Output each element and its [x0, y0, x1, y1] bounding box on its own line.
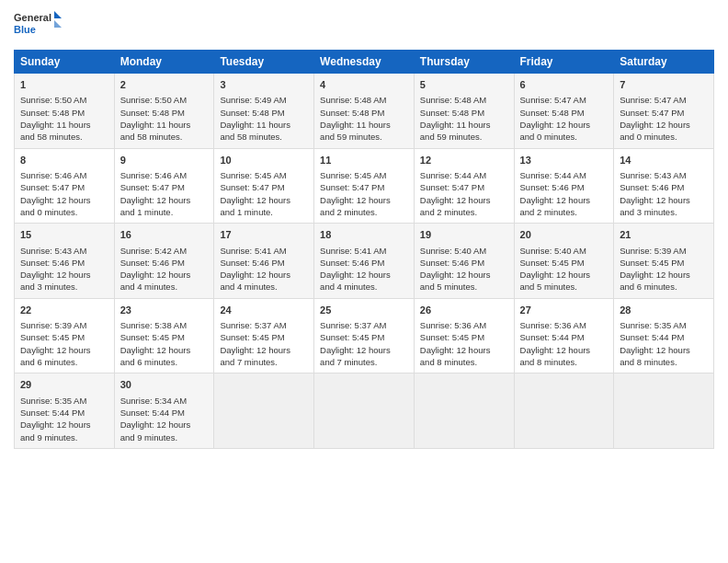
calendar-week-row: 15Sunrise: 5:43 AMSunset: 5:46 PMDayligh…: [15, 224, 714, 299]
day-number: 13: [520, 154, 609, 167]
calendar-cell: 11Sunrise: 5:45 AMSunset: 5:47 PMDayligh…: [314, 148, 415, 224]
day-info-line: Sunset: 5:48 PM: [520, 107, 609, 119]
day-info-line: and 5 minutes.: [420, 281, 508, 293]
day-info-line: Sunset: 5:46 PM: [20, 257, 108, 269]
day-number: 14: [620, 154, 708, 167]
day-info-line: Daylight: 11 hours: [420, 119, 508, 131]
day-info-line: Daylight: 12 hours: [20, 194, 108, 206]
calendar-cell: 28Sunrise: 5:35 AMSunset: 5:44 PMDayligh…: [614, 298, 714, 373]
calendar-cell: 27Sunrise: 5:36 AMSunset: 5:44 PMDayligh…: [514, 298, 614, 373]
day-info-line: and 2 minutes.: [420, 206, 508, 218]
weekday-header: Monday: [114, 51, 214, 74]
day-info-line: Sunrise: 5:43 AM: [620, 169, 708, 181]
day-number: 19: [420, 228, 508, 242]
day-info-line: and 8 minutes.: [420, 356, 508, 368]
day-info-line: Sunrise: 5:39 AM: [20, 319, 108, 331]
calendar-cell: 23Sunrise: 5:38 AMSunset: 5:45 PMDayligh…: [114, 298, 214, 373]
day-number: 25: [320, 304, 408, 317]
day-number: 11: [320, 154, 408, 167]
day-info-line: and 0 minutes.: [20, 206, 108, 218]
day-number: 17: [220, 228, 308, 242]
day-info-line: and 58 minutes.: [120, 131, 209, 143]
weekday-header: Sunday: [15, 51, 115, 74]
weekday-header: Tuesday: [214, 51, 314, 74]
day-info-line: Daylight: 12 hours: [220, 194, 308, 206]
day-info-line: and 7 minutes.: [320, 356, 408, 368]
calendar-cell: 14Sunrise: 5:43 AMSunset: 5:46 PMDayligh…: [614, 148, 714, 224]
day-info-line: Sunset: 5:47 PM: [420, 181, 508, 193]
calendar-cell: 13Sunrise: 5:44 AMSunset: 5:46 PMDayligh…: [514, 148, 614, 224]
day-number: 7: [620, 78, 708, 92]
day-info-line: and 1 minute.: [220, 206, 308, 218]
day-info-line: Sunrise: 5:48 AM: [420, 94, 508, 106]
day-number: 5: [420, 78, 508, 92]
day-info-line: Sunrise: 5:34 AM: [120, 395, 209, 407]
day-number: 6: [520, 78, 609, 92]
day-info-line: Sunrise: 5:44 AM: [520, 169, 609, 181]
day-number: 9: [120, 154, 209, 167]
day-number: 18: [320, 228, 408, 242]
calendar-cell: [314, 373, 415, 449]
day-info-line: Sunrise: 5:45 AM: [220, 169, 308, 181]
day-info-line: Sunset: 5:47 PM: [120, 181, 209, 193]
day-info-line: Daylight: 12 hours: [120, 269, 209, 281]
day-number: 16: [120, 228, 209, 242]
day-info-line: Daylight: 12 hours: [520, 119, 609, 131]
calendar-cell: 16Sunrise: 5:42 AMSunset: 5:46 PMDayligh…: [114, 224, 214, 299]
day-info-line: Sunrise: 5:36 AM: [420, 319, 508, 331]
day-info-line: Daylight: 12 hours: [20, 344, 108, 356]
day-info-line: and 58 minutes.: [220, 131, 308, 143]
day-info-line: Daylight: 12 hours: [520, 194, 609, 206]
header: General Blue: [14, 9, 714, 42]
day-info-line: Daylight: 12 hours: [20, 269, 108, 281]
calendar-cell: 18Sunrise: 5:41 AMSunset: 5:46 PMDayligh…: [314, 224, 415, 299]
day-number: 8: [20, 154, 108, 167]
day-info-line: Daylight: 12 hours: [320, 194, 408, 206]
svg-text:Blue: Blue: [14, 24, 36, 35]
weekday-header: Friday: [514, 51, 614, 74]
calendar-cell: 25Sunrise: 5:37 AMSunset: 5:45 PMDayligh…: [314, 298, 415, 373]
day-info-line: Sunrise: 5:47 AM: [520, 94, 609, 106]
calendar-cell: 26Sunrise: 5:36 AMSunset: 5:45 PMDayligh…: [414, 298, 514, 373]
day-info-line: Sunrise: 5:45 AM: [320, 169, 408, 181]
day-info-line: Sunrise: 5:50 AM: [20, 94, 108, 106]
day-info-line: and 6 minutes.: [20, 356, 108, 368]
calendar-header-row: SundayMondayTuesdayWednesdayThursdayFrid…: [15, 51, 714, 74]
day-info-line: and 59 minutes.: [420, 131, 508, 143]
day-info-line: Sunset: 5:48 PM: [320, 107, 408, 119]
day-info-line: Sunrise: 5:42 AM: [120, 245, 209, 257]
day-info-line: Sunrise: 5:37 AM: [320, 319, 408, 331]
day-info-line: Sunrise: 5:39 AM: [620, 245, 708, 257]
calendar-cell: 9Sunrise: 5:46 AMSunset: 5:47 PMDaylight…: [114, 148, 214, 224]
day-number: 26: [420, 304, 508, 317]
general-blue-logo: General Blue: [14, 9, 64, 42]
day-info-line: Sunrise: 5:43 AM: [20, 245, 108, 257]
day-info-line: Sunrise: 5:50 AM: [120, 94, 209, 106]
day-info-line: and 4 minutes.: [220, 281, 308, 293]
calendar-cell: 15Sunrise: 5:43 AMSunset: 5:46 PMDayligh…: [15, 224, 115, 299]
day-info-line: and 5 minutes.: [520, 281, 609, 293]
logo: General Blue: [14, 9, 64, 42]
day-info-line: Daylight: 12 hours: [420, 344, 508, 356]
calendar-cell: [514, 373, 614, 449]
day-info-line: Sunset: 5:48 PM: [120, 107, 209, 119]
day-info-line: Sunset: 5:45 PM: [420, 331, 508, 343]
day-number: 12: [420, 154, 508, 167]
calendar-cell: [214, 373, 314, 449]
calendar-cell: 4Sunrise: 5:48 AMSunset: 5:48 PMDaylight…: [314, 74, 415, 149]
day-info-line: Daylight: 12 hours: [320, 269, 408, 281]
calendar-cell: 21Sunrise: 5:39 AMSunset: 5:45 PMDayligh…: [614, 224, 714, 299]
day-info-line: Daylight: 12 hours: [120, 194, 209, 206]
day-info-line: Daylight: 11 hours: [120, 119, 209, 131]
calendar-cell: 8Sunrise: 5:46 AMSunset: 5:47 PMDaylight…: [15, 148, 115, 224]
day-info-line: Daylight: 11 hours: [320, 119, 408, 131]
day-info-line: Sunset: 5:45 PM: [220, 331, 308, 343]
day-info-line: Sunset: 5:48 PM: [20, 107, 108, 119]
day-number: 23: [120, 304, 209, 317]
day-info-line: and 8 minutes.: [620, 356, 708, 368]
day-info-line: and 2 minutes.: [320, 206, 408, 218]
weekday-header: Thursday: [414, 51, 514, 74]
day-info-line: Daylight: 12 hours: [620, 194, 708, 206]
day-info-line: and 0 minutes.: [620, 131, 708, 143]
weekday-header: Wednesday: [314, 51, 415, 74]
